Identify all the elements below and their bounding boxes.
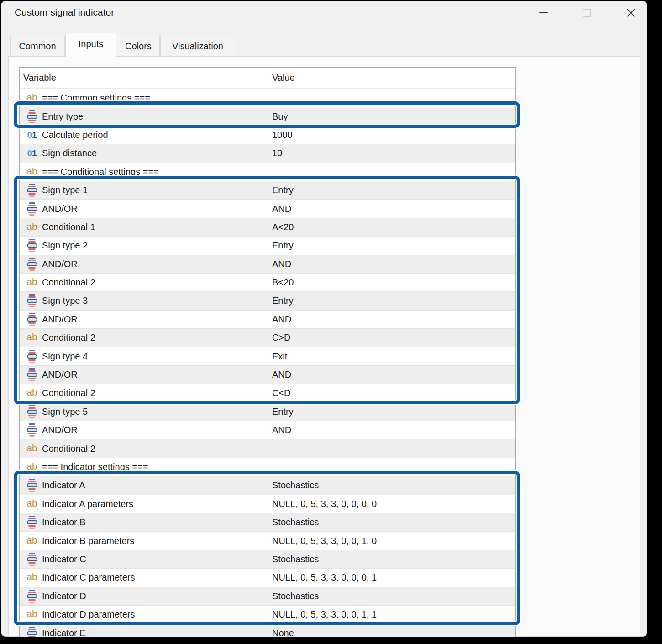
row-variable-cell[interactable]: abConditional 1 xyxy=(20,218,268,236)
row-variable-cell[interactable]: Sign type 1 xyxy=(20,181,268,199)
tab-common[interactable]: Common xyxy=(10,36,65,57)
table-row[interactable]: Indicator AStochastics xyxy=(20,476,515,494)
table-row[interactable]: AND/ORAND xyxy=(20,255,515,273)
row-value[interactable]: AND xyxy=(268,255,515,273)
row-variable-cell[interactable]: 01Calculate period xyxy=(20,126,268,144)
row-variable-cell[interactable]: Indicator B xyxy=(20,513,268,531)
row-value[interactable]: NULL, 0, 5, 3, 3, 0, 0, 1, 1 xyxy=(268,606,515,623)
row-variable-cell[interactable]: ab=== Common settings === xyxy=(20,89,268,107)
table-row[interactable]: abConditional 1A<20 xyxy=(20,218,515,236)
table-row[interactable]: abIndicator A parametersNULL, 0, 5, 3, 3… xyxy=(20,495,515,513)
table-row[interactable]: abIndicator B parametersNULL, 0, 5, 3, 3… xyxy=(20,531,515,549)
row-variable-cell[interactable]: Sign type 3 xyxy=(20,292,268,310)
table-row[interactable]: Sign type 4Exit xyxy=(20,347,515,365)
row-variable-cell[interactable]: Sign type 4 xyxy=(20,347,268,365)
row-variable-cell[interactable]: abConditional 2 xyxy=(20,384,268,402)
row-value[interactable]: None xyxy=(268,624,515,637)
minimize-button[interactable] xyxy=(523,1,564,25)
row-value[interactable]: Exit xyxy=(268,347,515,365)
table-row[interactable]: ab=== Conditional settings === xyxy=(20,163,515,181)
table-row[interactable]: AND/ORAND xyxy=(20,365,515,384)
table-row[interactable]: abIndicator D parametersNULL, 0, 5, 3, 3… xyxy=(20,605,515,623)
row-variable-cell[interactable]: Indicator D xyxy=(20,587,268,605)
title-bar[interactable]: Custom signal indicator xyxy=(1,1,647,27)
row-value[interactable]: AND xyxy=(268,421,515,439)
row-variable-cell[interactable]: abConditional 2 xyxy=(20,274,268,291)
table-row[interactable]: 01Calculate period1000 xyxy=(20,126,515,144)
table-row[interactable]: Sign type 1Entry xyxy=(20,181,515,199)
table-row[interactable]: Indicator ENone xyxy=(20,623,515,637)
row-variable-cell[interactable]: AND/OR xyxy=(20,311,268,328)
table-row[interactable]: Sign type 3Entry xyxy=(20,291,515,310)
row-variable-cell[interactable]: ab=== Conditional settings === xyxy=(20,163,268,181)
row-value[interactable]: Stochastics xyxy=(268,550,515,568)
tab-inputs[interactable]: Inputs xyxy=(65,33,116,57)
table-row[interactable]: Sign type 5Entry xyxy=(20,402,515,421)
row-variable-cell[interactable]: abIndicator B parameters xyxy=(20,532,268,549)
row-value[interactable]: 10 xyxy=(268,144,515,162)
row-value[interactable]: Stochastics xyxy=(268,513,515,531)
row-value[interactable] xyxy=(268,89,515,107)
row-value[interactable]: Stochastics xyxy=(268,476,515,494)
table-row[interactable]: AND/ORAND xyxy=(20,421,515,439)
row-value[interactable] xyxy=(268,458,515,476)
row-value[interactable]: 1000 xyxy=(268,126,515,144)
enum-bar xyxy=(28,120,36,121)
tab-visualization[interactable]: Visualization xyxy=(160,36,235,57)
row-variable-cell[interactable]: abIndicator C parameters xyxy=(20,569,268,586)
row-variable-cell[interactable]: ab=== Indicator settings === xyxy=(20,458,268,476)
table-row[interactable]: 01Sign distance10 xyxy=(20,144,515,162)
table-row[interactable]: abConditional 2C>D xyxy=(20,328,515,347)
row-variable-cell[interactable]: Entry type xyxy=(20,107,268,125)
row-value[interactable]: Stochastics xyxy=(268,587,515,605)
row-value[interactable]: Entry xyxy=(268,237,515,254)
table-row[interactable]: AND/ORAND xyxy=(20,310,515,328)
table-row[interactable]: Indicator DStochastics xyxy=(20,587,515,605)
row-variable-cell[interactable]: abIndicator D parameters xyxy=(20,606,268,623)
row-variable-cell[interactable]: AND/OR xyxy=(20,421,268,439)
row-variable-cell[interactable]: Indicator C xyxy=(20,550,268,568)
table-row[interactable]: ab=== Common settings === xyxy=(20,89,515,107)
row-value[interactable]: B<20 xyxy=(268,274,515,291)
row-variable-cell[interactable]: abConditional 2 xyxy=(20,329,268,347)
row-value[interactable]: AND xyxy=(268,311,515,328)
table-row[interactable]: abConditional 2C<D xyxy=(20,384,515,402)
row-value[interactable]: A<20 xyxy=(268,218,515,236)
row-value[interactable]: AND xyxy=(268,200,515,217)
row-variable-cell[interactable]: abConditional 2 xyxy=(20,439,268,457)
table-row[interactable]: Sign type 2Entry xyxy=(20,236,515,254)
row-value[interactable]: Entry xyxy=(268,181,515,199)
row-variable-cell[interactable]: Indicator E xyxy=(20,624,268,637)
row-value[interactable] xyxy=(268,163,515,181)
row-variable-cell[interactable]: 01Sign distance xyxy=(20,144,268,162)
table-row[interactable]: Indicator BStochastics xyxy=(20,513,515,531)
row-variable-cell[interactable]: Indicator A xyxy=(20,476,268,494)
row-value[interactable]: NULL, 0, 5, 3, 3, 0, 0, 0, 1 xyxy=(268,569,515,586)
row-value[interactable]: C<D xyxy=(268,384,515,402)
row-label: AND/OR xyxy=(42,425,78,435)
row-value[interactable]: Buy xyxy=(268,107,515,125)
close-button[interactable] xyxy=(610,1,647,25)
table-row[interactable]: abConditional 2B<20 xyxy=(20,273,515,291)
tab-colors[interactable]: Colors xyxy=(117,36,160,57)
row-value[interactable]: Entry xyxy=(268,403,515,421)
row-variable-cell[interactable]: Sign type 5 xyxy=(20,403,268,421)
row-value[interactable]: Entry xyxy=(268,292,515,310)
table-row[interactable]: abIndicator C parametersNULL, 0, 5, 3, 3… xyxy=(20,568,515,586)
row-variable-cell[interactable]: AND/OR xyxy=(20,200,268,217)
row-value[interactable] xyxy=(268,439,515,457)
row-variable-cell[interactable]: Sign type 2 xyxy=(20,237,268,254)
row-variable-cell[interactable]: abIndicator A parameters xyxy=(20,495,268,513)
table-row[interactable]: Entry typeBuy xyxy=(20,107,515,125)
row-variable-cell[interactable]: AND/OR xyxy=(20,366,268,384)
row-value[interactable]: NULL, 0, 5, 3, 3, 0, 0, 1, 0 xyxy=(268,532,515,549)
row-variable-cell[interactable]: AND/OR xyxy=(20,255,268,273)
row-value[interactable]: AND xyxy=(268,366,515,384)
row-value[interactable]: C>D xyxy=(268,329,515,347)
row-value[interactable]: NULL, 0, 5, 3, 3, 0, 0, 0, 0 xyxy=(268,495,515,513)
maximize-button[interactable] xyxy=(566,1,607,25)
table-row[interactable]: ab=== Indicator settings === xyxy=(20,458,515,476)
table-row[interactable]: abConditional 2 xyxy=(20,439,515,457)
table-row[interactable]: AND/ORAND xyxy=(20,199,515,217)
table-row[interactable]: Indicator CStochastics xyxy=(20,550,515,568)
